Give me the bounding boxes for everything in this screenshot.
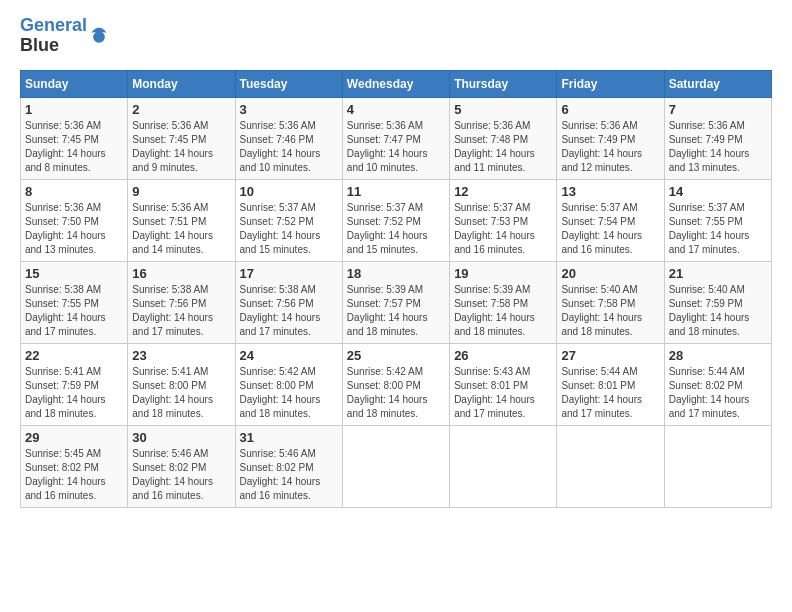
calendar-cell: 4 Sunrise: 5:36 AMSunset: 7:47 PMDayligh…	[342, 97, 449, 179]
day-info: Sunrise: 5:41 AMSunset: 7:59 PMDaylight:…	[25, 366, 106, 419]
calendar-cell: 21 Sunrise: 5:40 AMSunset: 7:59 PMDaylig…	[664, 261, 771, 343]
calendar-cell: 15 Sunrise: 5:38 AMSunset: 7:55 PMDaylig…	[21, 261, 128, 343]
calendar-cell: 16 Sunrise: 5:38 AMSunset: 7:56 PMDaylig…	[128, 261, 235, 343]
day-info: Sunrise: 5:36 AMSunset: 7:49 PMDaylight:…	[669, 120, 750, 173]
calendar-cell: 8 Sunrise: 5:36 AMSunset: 7:50 PMDayligh…	[21, 179, 128, 261]
calendar-cell: 27 Sunrise: 5:44 AMSunset: 8:01 PMDaylig…	[557, 343, 664, 425]
logo-text: GeneralBlue	[20, 16, 109, 56]
day-number: 28	[669, 348, 767, 363]
weekday-header-monday: Monday	[128, 70, 235, 97]
calendar-cell: 10 Sunrise: 5:37 AMSunset: 7:52 PMDaylig…	[235, 179, 342, 261]
day-info: Sunrise: 5:36 AMSunset: 7:51 PMDaylight:…	[132, 202, 213, 255]
calendar-cell: 31 Sunrise: 5:46 AMSunset: 8:02 PMDaylig…	[235, 425, 342, 507]
day-info: Sunrise: 5:41 AMSunset: 8:00 PMDaylight:…	[132, 366, 213, 419]
day-number: 21	[669, 266, 767, 281]
calendar-cell: 22 Sunrise: 5:41 AMSunset: 7:59 PMDaylig…	[21, 343, 128, 425]
day-number: 29	[25, 430, 123, 445]
day-number: 26	[454, 348, 552, 363]
calendar-cell: 26 Sunrise: 5:43 AMSunset: 8:01 PMDaylig…	[450, 343, 557, 425]
day-info: Sunrise: 5:39 AMSunset: 7:57 PMDaylight:…	[347, 284, 428, 337]
calendar-cell: 2 Sunrise: 5:36 AMSunset: 7:45 PMDayligh…	[128, 97, 235, 179]
calendar-cell: 17 Sunrise: 5:38 AMSunset: 7:56 PMDaylig…	[235, 261, 342, 343]
day-number: 12	[454, 184, 552, 199]
calendar-cell: 25 Sunrise: 5:42 AMSunset: 8:00 PMDaylig…	[342, 343, 449, 425]
day-info: Sunrise: 5:46 AMSunset: 8:02 PMDaylight:…	[240, 448, 321, 501]
calendar-cell: 23 Sunrise: 5:41 AMSunset: 8:00 PMDaylig…	[128, 343, 235, 425]
day-number: 15	[25, 266, 123, 281]
day-info: Sunrise: 5:38 AMSunset: 7:56 PMDaylight:…	[240, 284, 321, 337]
day-info: Sunrise: 5:37 AMSunset: 7:52 PMDaylight:…	[240, 202, 321, 255]
day-info: Sunrise: 5:44 AMSunset: 8:01 PMDaylight:…	[561, 366, 642, 419]
day-info: Sunrise: 5:36 AMSunset: 7:47 PMDaylight:…	[347, 120, 428, 173]
weekday-header-wednesday: Wednesday	[342, 70, 449, 97]
calendar-cell: 24 Sunrise: 5:42 AMSunset: 8:00 PMDaylig…	[235, 343, 342, 425]
day-number: 23	[132, 348, 230, 363]
weekday-header-tuesday: Tuesday	[235, 70, 342, 97]
calendar-cell: 18 Sunrise: 5:39 AMSunset: 7:57 PMDaylig…	[342, 261, 449, 343]
calendar-week-4: 22 Sunrise: 5:41 AMSunset: 7:59 PMDaylig…	[21, 343, 772, 425]
weekday-header-saturday: Saturday	[664, 70, 771, 97]
calendar-table: SundayMondayTuesdayWednesdayThursdayFrid…	[20, 70, 772, 508]
day-info: Sunrise: 5:37 AMSunset: 7:54 PMDaylight:…	[561, 202, 642, 255]
day-info: Sunrise: 5:44 AMSunset: 8:02 PMDaylight:…	[669, 366, 750, 419]
calendar-cell	[450, 425, 557, 507]
calendar-cell	[664, 425, 771, 507]
day-info: Sunrise: 5:38 AMSunset: 7:55 PMDaylight:…	[25, 284, 106, 337]
calendar-cell: 28 Sunrise: 5:44 AMSunset: 8:02 PMDaylig…	[664, 343, 771, 425]
day-number: 5	[454, 102, 552, 117]
day-number: 4	[347, 102, 445, 117]
calendar-week-1: 1 Sunrise: 5:36 AMSunset: 7:45 PMDayligh…	[21, 97, 772, 179]
day-info: Sunrise: 5:45 AMSunset: 8:02 PMDaylight:…	[25, 448, 106, 501]
day-number: 10	[240, 184, 338, 199]
day-number: 16	[132, 266, 230, 281]
day-info: Sunrise: 5:38 AMSunset: 7:56 PMDaylight:…	[132, 284, 213, 337]
calendar-week-5: 29 Sunrise: 5:45 AMSunset: 8:02 PMDaylig…	[21, 425, 772, 507]
day-number: 14	[669, 184, 767, 199]
calendar-cell: 11 Sunrise: 5:37 AMSunset: 7:52 PMDaylig…	[342, 179, 449, 261]
day-number: 19	[454, 266, 552, 281]
day-info: Sunrise: 5:36 AMSunset: 7:50 PMDaylight:…	[25, 202, 106, 255]
day-number: 20	[561, 266, 659, 281]
calendar-header: SundayMondayTuesdayWednesdayThursdayFrid…	[21, 70, 772, 97]
day-info: Sunrise: 5:43 AMSunset: 8:01 PMDaylight:…	[454, 366, 535, 419]
calendar-body: 1 Sunrise: 5:36 AMSunset: 7:45 PMDayligh…	[21, 97, 772, 507]
calendar-week-3: 15 Sunrise: 5:38 AMSunset: 7:55 PMDaylig…	[21, 261, 772, 343]
weekday-header-thursday: Thursday	[450, 70, 557, 97]
day-info: Sunrise: 5:36 AMSunset: 7:48 PMDaylight:…	[454, 120, 535, 173]
top-row: GeneralBlue	[20, 16, 772, 60]
day-number: 31	[240, 430, 338, 445]
weekday-header-sunday: Sunday	[21, 70, 128, 97]
calendar-cell: 6 Sunrise: 5:36 AMSunset: 7:49 PMDayligh…	[557, 97, 664, 179]
calendar-cell	[557, 425, 664, 507]
calendar-cell: 9 Sunrise: 5:36 AMSunset: 7:51 PMDayligh…	[128, 179, 235, 261]
day-info: Sunrise: 5:36 AMSunset: 7:45 PMDaylight:…	[25, 120, 106, 173]
calendar-cell	[342, 425, 449, 507]
day-info: Sunrise: 5:36 AMSunset: 7:46 PMDaylight:…	[240, 120, 321, 173]
logo: GeneralBlue	[20, 16, 109, 56]
day-info: Sunrise: 5:36 AMSunset: 7:49 PMDaylight:…	[561, 120, 642, 173]
day-info: Sunrise: 5:46 AMSunset: 8:02 PMDaylight:…	[132, 448, 213, 501]
day-number: 7	[669, 102, 767, 117]
day-info: Sunrise: 5:39 AMSunset: 7:58 PMDaylight:…	[454, 284, 535, 337]
calendar-cell: 12 Sunrise: 5:37 AMSunset: 7:53 PMDaylig…	[450, 179, 557, 261]
calendar-cell: 5 Sunrise: 5:36 AMSunset: 7:48 PMDayligh…	[450, 97, 557, 179]
day-info: Sunrise: 5:42 AMSunset: 8:00 PMDaylight:…	[347, 366, 428, 419]
day-number: 11	[347, 184, 445, 199]
day-number: 1	[25, 102, 123, 117]
day-info: Sunrise: 5:40 AMSunset: 7:59 PMDaylight:…	[669, 284, 750, 337]
day-info: Sunrise: 5:37 AMSunset: 7:55 PMDaylight:…	[669, 202, 750, 255]
calendar-cell: 14 Sunrise: 5:37 AMSunset: 7:55 PMDaylig…	[664, 179, 771, 261]
day-info: Sunrise: 5:37 AMSunset: 7:53 PMDaylight:…	[454, 202, 535, 255]
day-number: 8	[25, 184, 123, 199]
logo-icon	[89, 26, 109, 46]
weekday-header-friday: Friday	[557, 70, 664, 97]
day-info: Sunrise: 5:36 AMSunset: 7:45 PMDaylight:…	[132, 120, 213, 173]
day-number: 6	[561, 102, 659, 117]
calendar-cell: 20 Sunrise: 5:40 AMSunset: 7:58 PMDaylig…	[557, 261, 664, 343]
day-number: 9	[132, 184, 230, 199]
day-number: 25	[347, 348, 445, 363]
calendar-cell: 19 Sunrise: 5:39 AMSunset: 7:58 PMDaylig…	[450, 261, 557, 343]
day-info: Sunrise: 5:37 AMSunset: 7:52 PMDaylight:…	[347, 202, 428, 255]
day-number: 18	[347, 266, 445, 281]
day-info: Sunrise: 5:42 AMSunset: 8:00 PMDaylight:…	[240, 366, 321, 419]
